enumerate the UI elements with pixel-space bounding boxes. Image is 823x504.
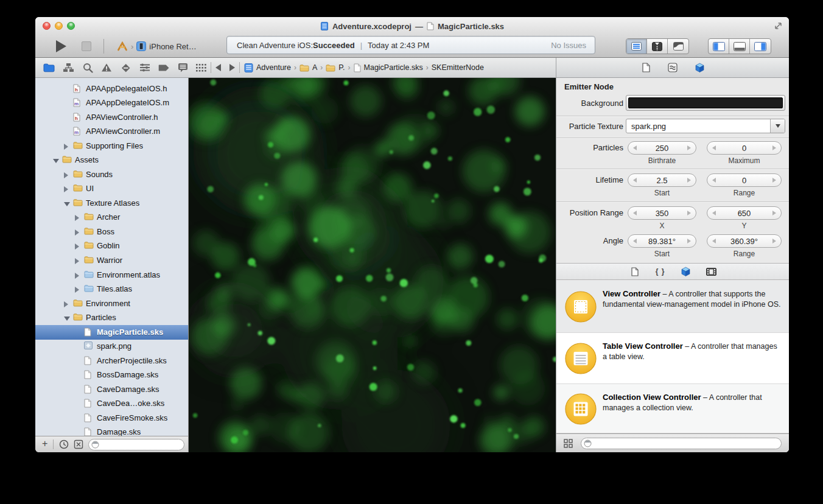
library-item[interactable]: Table View Controller – A controller tha… bbox=[556, 333, 789, 384]
stepper-increment-icon[interactable] bbox=[687, 211, 691, 215]
run-button[interactable] bbox=[56, 40, 66, 52]
breakpoint-navigator-icon[interactable] bbox=[158, 62, 170, 74]
recent-files-icon[interactable] bbox=[59, 439, 69, 449]
grid-view-icon[interactable] bbox=[564, 439, 573, 448]
stepper-increment-icon[interactable] bbox=[772, 145, 776, 150]
tree-row[interactable]: mAPAViewController.m bbox=[35, 124, 189, 139]
stepper-b[interactable]: 0 bbox=[707, 173, 782, 187]
stepper-a[interactable]: 350 bbox=[628, 206, 696, 220]
tree-row[interactable]: Boss bbox=[35, 225, 189, 239]
stepper-value[interactable]: 0 bbox=[707, 176, 781, 185]
library-filter-field[interactable] bbox=[581, 438, 782, 449]
scheme-selector[interactable]: › iPhone Ret… bbox=[117, 39, 197, 54]
disclosure-triangle[interactable] bbox=[75, 287, 79, 293]
forward-button[interactable] bbox=[229, 64, 235, 71]
disclosure-triangle[interactable] bbox=[75, 273, 79, 279]
test-navigator-icon[interactable] bbox=[120, 62, 131, 74]
disclosure-triangle[interactable] bbox=[64, 172, 68, 178]
node-inspector-tab[interactable] bbox=[693, 61, 706, 74]
breadcrumb-item[interactable]: SKEmitterNode bbox=[432, 63, 484, 72]
stepper-b[interactable]: 650 bbox=[707, 206, 782, 220]
stepper-increment-icon[interactable] bbox=[772, 178, 776, 183]
quick-help-inspector-tab[interactable] bbox=[667, 61, 679, 74]
stepper-value[interactable]: 250 bbox=[628, 144, 696, 153]
stop-button[interactable] bbox=[82, 41, 91, 51]
tree-row[interactable]: Texture Atlases bbox=[35, 196, 189, 211]
stepper-increment-icon[interactable] bbox=[772, 239, 776, 243]
issue-navigator-icon[interactable] bbox=[101, 62, 112, 74]
disclosure-triangle[interactable] bbox=[64, 202, 70, 206]
breadcrumb-item[interactable]: A bbox=[299, 63, 317, 72]
stepper-a[interactable]: 2.5 bbox=[628, 173, 696, 187]
related-items-icon[interactable] bbox=[196, 64, 206, 72]
tree-row[interactable]: Assets bbox=[35, 153, 189, 167]
tree-row[interactable]: hAPAAppDelegateIOS.h bbox=[35, 82, 189, 96]
breadcrumb-item[interactable]: MagicParticle.sks bbox=[354, 63, 423, 72]
log-navigator-icon[interactable] bbox=[178, 62, 189, 74]
tree-row[interactable]: Environment bbox=[35, 296, 189, 311]
disclosure-triangle[interactable] bbox=[75, 243, 79, 250]
tree-row[interactable]: UI bbox=[35, 181, 189, 196]
tree-row[interactable]: BossDamage.sks bbox=[35, 368, 189, 382]
stepper-a[interactable]: 250 bbox=[628, 141, 696, 155]
stepper-value[interactable]: 0 bbox=[707, 144, 781, 153]
stepper-increment-icon[interactable] bbox=[687, 145, 691, 150]
disclosure-triangle[interactable] bbox=[75, 215, 79, 221]
tree-row[interactable]: mAPAAppDelegateIOS.m bbox=[35, 96, 189, 110]
combobox-dropdown-button[interactable] bbox=[770, 119, 785, 133]
tree-row[interactable]: Goblin bbox=[35, 239, 189, 253]
stepper-value[interactable]: 2.5 bbox=[628, 176, 696, 185]
symbol-navigator-icon[interactable] bbox=[63, 62, 74, 74]
tree-row[interactable]: hAPAViewController.h bbox=[35, 110, 189, 125]
back-button[interactable] bbox=[215, 64, 221, 71]
stepper-b[interactable]: 360.39° bbox=[707, 234, 782, 248]
version-editor-button[interactable] bbox=[668, 39, 688, 54]
tree-row[interactable]: Damage.sks bbox=[35, 425, 189, 436]
file-inspector-tab[interactable] bbox=[640, 61, 652, 74]
file-templates-library-tab[interactable] bbox=[629, 265, 641, 278]
toggle-utilities-button[interactable] bbox=[750, 39, 771, 54]
objects-library-tab[interactable] bbox=[680, 265, 692, 278]
debug-navigator-icon[interactable] bbox=[139, 62, 150, 74]
add-button[interactable]: + bbox=[42, 438, 47, 449]
library-item[interactable]: Collection View Controller – A controlle… bbox=[556, 384, 789, 433]
particle-editor-canvas[interactable] bbox=[189, 78, 556, 452]
tree-row[interactable]: MagicParticle.sks bbox=[35, 325, 189, 340]
fullscreen-icon[interactable] bbox=[774, 21, 783, 30]
scm-status-icon[interactable] bbox=[74, 439, 83, 449]
tree-row[interactable]: CaveDamage.sks bbox=[35, 382, 189, 397]
library-item[interactable]: View Controller – A controller that supp… bbox=[556, 281, 789, 333]
breadcrumb-item[interactable]: P. bbox=[326, 63, 345, 72]
project-navigator-icon[interactable] bbox=[43, 62, 55, 74]
toggle-debug-area-button[interactable] bbox=[729, 39, 750, 54]
tree-row[interactable]: spark.png bbox=[35, 339, 189, 354]
tree-row[interactable]: Supporting Files bbox=[35, 139, 189, 153]
tree-row[interactable]: Particles bbox=[35, 310, 189, 325]
standard-editor-button[interactable] bbox=[626, 39, 647, 54]
stepper-b[interactable]: 0 bbox=[707, 141, 782, 155]
stepper-value[interactable]: 360.39° bbox=[707, 237, 781, 246]
tree-row[interactable]: Environment.atlas bbox=[35, 268, 189, 282]
assistant-editor-button[interactable] bbox=[647, 39, 668, 54]
media-library-tab[interactable] bbox=[706, 265, 718, 278]
breadcrumb-item[interactable]: Adventure bbox=[244, 63, 291, 72]
background-color-well[interactable] bbox=[626, 95, 785, 111]
particle-texture-combobox[interactable]: spark.png bbox=[626, 119, 785, 133]
toggle-navigator-button[interactable] bbox=[709, 39, 729, 54]
tree-row[interactable]: CaveFireSmoke.sks bbox=[35, 411, 189, 425]
disclosure-triangle[interactable] bbox=[64, 186, 68, 192]
stepper-increment-icon[interactable] bbox=[687, 239, 691, 243]
stepper-increment-icon[interactable] bbox=[772, 211, 776, 215]
stepper-a[interactable]: 89.381° bbox=[628, 234, 696, 248]
disclosure-triangle[interactable] bbox=[75, 258, 79, 264]
stepper-value[interactable]: 650 bbox=[707, 209, 781, 218]
search-navigator-icon[interactable] bbox=[82, 62, 93, 74]
stepper-increment-icon[interactable] bbox=[687, 178, 691, 183]
tree-row[interactable]: Archer bbox=[35, 210, 189, 225]
tree-row[interactable]: CaveDea…oke.sks bbox=[35, 396, 189, 411]
disclosure-triangle[interactable] bbox=[64, 301, 68, 307]
stepper-value[interactable]: 350 bbox=[628, 209, 696, 218]
code-snippets-library-tab[interactable]: { } bbox=[654, 265, 667, 278]
disclosure-triangle[interactable] bbox=[75, 229, 79, 236]
tree-row[interactable]: ArcherProjectile.sks bbox=[35, 354, 189, 368]
